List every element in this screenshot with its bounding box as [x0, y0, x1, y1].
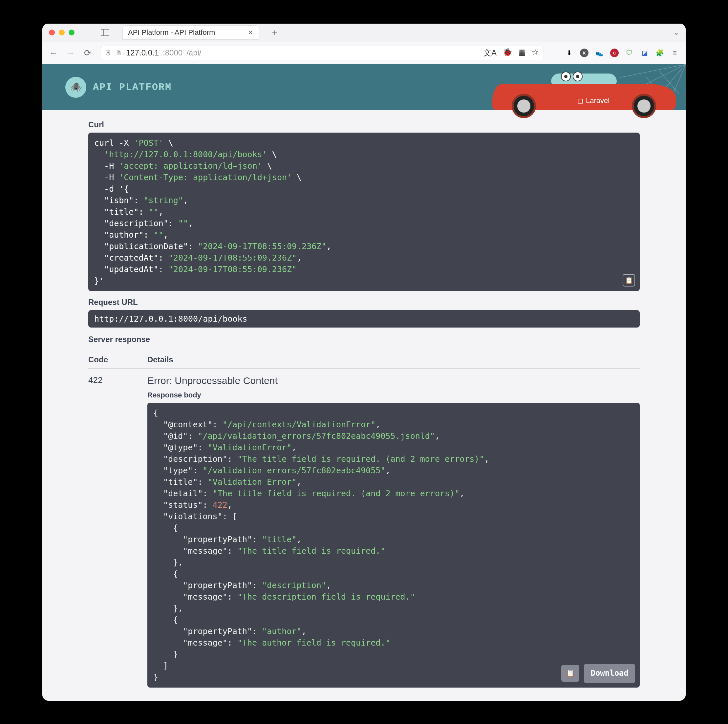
lock-icon[interactable]: 🗎: [116, 49, 122, 57]
reload-button[interactable]: ⟳: [83, 48, 92, 58]
request-url-label: Request URL: [88, 298, 640, 307]
extensions-puzzle-icon[interactable]: 🧩: [655, 49, 664, 57]
copy-response-button[interactable]: 📋: [561, 665, 579, 682]
api-platform-header: 🕷️ API PLATFORM ◻ Laravel: [42, 64, 686, 110]
response-table-header: Code Details: [88, 350, 640, 368]
toolbar: ← → ⟳ ⛨ 🗎 127.0.0.1:8000/api/ 文A 🐞 ▦ ☆ ⬇…: [42, 42, 686, 64]
curl-label: Curl: [88, 120, 640, 129]
ublock-icon[interactable]: u: [610, 49, 619, 57]
main-content: Curl curl -X 'POST' \ 'http://127.0.0.1:…: [42, 110, 686, 701]
extension-shield-icon[interactable]: 🛡: [625, 49, 634, 57]
shield-icon[interactable]: ⛨: [105, 49, 112, 57]
url-path: /api/: [187, 48, 201, 57]
close-tab-icon[interactable]: ✕: [248, 29, 253, 37]
response-body-label: Response body: [147, 391, 640, 399]
extension-k-icon[interactable]: K: [580, 49, 589, 57]
browser-window: API Platform - API Platform ✕ ＋ ⌄ ← → ⟳ …: [42, 24, 686, 701]
bug-icon[interactable]: 🐞: [503, 47, 512, 58]
titlebar: API Platform - API Platform ✕ ＋ ⌄: [42, 24, 686, 42]
browser-tab[interactable]: API Platform - API Platform ✕: [122, 25, 259, 40]
details-header: Details: [147, 355, 173, 364]
window-controls: [49, 29, 75, 35]
server-response-label: Server response: [88, 335, 640, 344]
svg-rect-0: [101, 29, 109, 36]
api-platform-logo-icon: 🕷️: [65, 77, 86, 98]
laravel-label: Laravel: [586, 96, 610, 105]
forward-button[interactable]: →: [66, 48, 75, 58]
request-url-value: http://127.0.0.1:8000/api/books: [94, 314, 248, 324]
new-tab-button[interactable]: ＋: [270, 26, 279, 39]
response-code: 422: [88, 375, 128, 687]
download-button[interactable]: Download: [584, 664, 635, 683]
code-header: Code: [88, 355, 128, 364]
extension-square-icon[interactable]: ◪: [640, 49, 649, 57]
laravel-icon: ◻: [577, 96, 583, 105]
extension-shoe-icon[interactable]: 👟: [595, 49, 604, 57]
url-port: :8000: [163, 48, 182, 57]
hamburger-menu-icon[interactable]: ≡: [671, 49, 679, 57]
tabs-dropdown-icon[interactable]: ⌄: [673, 28, 679, 37]
translate-icon[interactable]: 文A: [483, 47, 497, 58]
minimize-window-button[interactable]: [59, 29, 65, 35]
curl-codebox: curl -X 'POST' \ 'http://127.0.0.1:8000/…: [88, 133, 640, 291]
tab-title: API Platform - API Platform: [128, 28, 215, 37]
response-row: 422 Error: Unprocessable Content Respons…: [88, 368, 640, 687]
copy-curl-button[interactable]: 📋: [622, 274, 635, 287]
sidebar-toggle-icon[interactable]: [100, 29, 110, 36]
bookmark-star-icon[interactable]: ☆: [532, 47, 539, 58]
maximize-window-button[interactable]: [69, 29, 75, 35]
response-body-codebox: { "@context": "/api/contexts/ValidationE…: [147, 403, 640, 687]
toolbar-extensions: ⬇ K 👟 u 🛡 ◪ 🧩 ≡: [565, 49, 679, 57]
laravel-badge: ◻ Laravel: [577, 96, 610, 105]
grid-icon[interactable]: ▦: [518, 47, 526, 58]
url-host: 127.0.0.1: [126, 48, 159, 57]
close-window-button[interactable]: [49, 29, 55, 35]
error-title: Error: Unprocessable Content: [147, 375, 640, 386]
request-url-box: http://127.0.0.1:8000/api/books: [88, 310, 640, 328]
brand-title: API PLATFORM: [93, 82, 172, 93]
download-icon[interactable]: ⬇: [565, 49, 574, 57]
car-mascot: ◻ Laravel: [492, 69, 676, 118]
back-button[interactable]: ←: [49, 48, 58, 58]
address-bar[interactable]: ⛨ 🗎 127.0.0.1:8000/api/ 文A 🐞 ▦ ☆: [100, 46, 544, 60]
